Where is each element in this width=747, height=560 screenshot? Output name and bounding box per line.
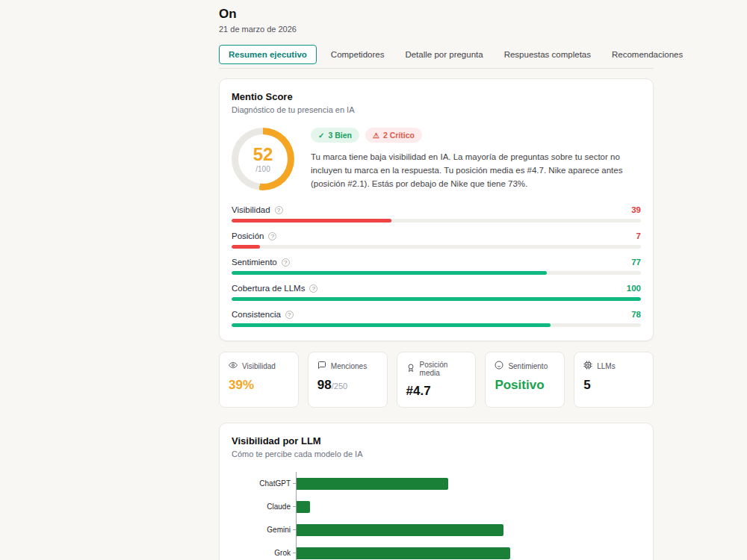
metric-row-posicion: Posición 7 xyxy=(232,231,641,249)
metric-row-consistencia: Consistencia 78 xyxy=(232,310,641,327)
chart-bar-claude xyxy=(297,501,310,513)
progress-track xyxy=(232,323,641,327)
progress-track xyxy=(232,271,641,275)
tab-recomendaciones[interactable]: Recomendaciones xyxy=(605,46,689,63)
chart-category-label: Gemini xyxy=(232,526,293,534)
info-icon[interactable] xyxy=(282,258,290,267)
chart-bar-chatgpt xyxy=(297,478,448,490)
stat-cards: Visibilidad 39% Menciones 98/250 Posició… xyxy=(219,352,654,408)
gauge-value: 52 xyxy=(253,146,273,164)
progress-fill xyxy=(232,219,391,223)
gauge-max: /100 xyxy=(255,165,270,173)
chart-card-title: Visibilidad por LLM xyxy=(232,435,641,447)
stat-card-menciones: Menciones 98/250 xyxy=(308,352,388,408)
progress-track xyxy=(232,245,641,249)
progress-fill xyxy=(232,245,260,249)
mentio-score-card: Mentio Score Diagnóstico de tu presencia… xyxy=(219,78,654,341)
progress-track xyxy=(232,219,641,223)
alert-icon: ⚠ xyxy=(373,131,379,140)
stat-label: Visibilidad xyxy=(242,362,276,370)
chip-icon xyxy=(583,361,592,371)
stat-card-posicion-media: Posición media #4.7 xyxy=(397,352,477,408)
chart-category-label: ChatGPT xyxy=(232,479,293,488)
tab-detalle-por-pregunta[interactable]: Detalle por pregunta xyxy=(398,46,489,63)
metric-label: Posición xyxy=(232,231,276,240)
smile-icon xyxy=(495,361,503,371)
metric-label: Sentimiento xyxy=(232,258,290,267)
info-icon[interactable] xyxy=(275,206,283,214)
visibility-by-llm-card: Visibilidad por LLM Cómo te percibe cada… xyxy=(219,423,654,560)
stat-card-visibilidad: Visibilidad 39% xyxy=(219,352,299,408)
stat-suffix: /250 xyxy=(332,382,347,391)
progress-fill xyxy=(232,297,641,301)
metric-row-cobertura-llms: Cobertura de LLMs 100 xyxy=(232,284,641,301)
progress-fill xyxy=(232,323,551,327)
chart-bar-perplexity xyxy=(297,547,510,559)
stat-label: Sentimiento xyxy=(508,362,548,370)
tab-competidores[interactable]: Competidores xyxy=(324,46,391,63)
stat-label: LLMs xyxy=(597,362,615,370)
metric-label: Cobertura de LLMs xyxy=(232,284,317,293)
metric-value: 77 xyxy=(631,258,641,267)
chart-row-chatgpt: ChatGPT xyxy=(232,472,641,495)
metric-value: 78 xyxy=(631,310,641,319)
chart-row-claude: Claude xyxy=(232,495,641,518)
chart-category-label: Claude xyxy=(232,503,293,511)
badge-critical-label: 2 Crítico xyxy=(383,131,415,140)
chart-bar-gemini xyxy=(297,524,503,536)
score-card-subtitle: Diagnóstico de tu presencia en IA xyxy=(232,105,641,114)
stat-value: 39% xyxy=(229,378,289,393)
score-description: Tu marca tiene baja visibilidad en IA. L… xyxy=(311,151,641,190)
metric-row-visibilidad: Visibilidad 39 xyxy=(232,205,641,223)
stat-value: 98/250 xyxy=(317,378,378,393)
badge-good: ✓3 Bien xyxy=(311,128,359,143)
metric-value: 7 xyxy=(636,231,641,240)
tab-respuestas-completas[interactable]: Respuestas completas xyxy=(498,46,598,63)
stat-label: Menciones xyxy=(331,362,367,370)
score-card-title: Mentio Score xyxy=(232,91,641,102)
stat-card-llms: LLMs 5 xyxy=(574,352,654,408)
metric-value: 39 xyxy=(631,205,641,214)
main-content: On 21 de marzo de 2026 Resumen ejecutivo… xyxy=(219,0,654,560)
chart-row-gemini: Gemini xyxy=(232,518,641,541)
stat-value: #4.7 xyxy=(406,384,467,399)
badge-good-label: 3 Bien xyxy=(328,131,352,140)
score-metrics: Visibilidad 39 Posición 7 Sentimiento 77 xyxy=(232,205,641,327)
gauge-inner: 52 /100 xyxy=(238,134,288,184)
page-date: 21 de marzo de 2026 xyxy=(219,25,654,34)
info-icon[interactable] xyxy=(309,284,317,293)
llm-visibility-bar-chart: ChatGPT Claude Gemini Grok Perplexity xyxy=(232,472,641,560)
comment-icon xyxy=(317,361,326,371)
eye-icon xyxy=(229,361,238,371)
metric-row-sentimiento: Sentimiento 77 xyxy=(232,258,641,275)
progress-fill xyxy=(232,271,547,275)
medal-icon xyxy=(406,364,415,374)
progress-track xyxy=(232,297,641,301)
metric-label: Consistencia xyxy=(232,310,294,319)
metric-value: 100 xyxy=(627,284,641,293)
metric-label: Visibilidad xyxy=(232,205,283,214)
chart-card-subtitle: Cómo te percibe cada modelo de IA xyxy=(232,449,641,458)
stat-card-sentimiento: Sentimiento Positivo xyxy=(485,352,565,408)
check-circle-icon: ✓ xyxy=(318,131,324,140)
status-badges: ✓3 Bien ⚠2 Crítico xyxy=(311,128,641,143)
badge-critical: ⚠2 Crítico xyxy=(365,128,422,143)
info-icon[interactable] xyxy=(268,232,276,240)
chart-category-label: Grok xyxy=(232,549,293,557)
tab-resumen-ejecutivo[interactable]: Resumen ejecutivo xyxy=(219,45,317,64)
info-icon[interactable] xyxy=(285,311,294,319)
page-title: On xyxy=(219,7,654,22)
stat-value: Positivo xyxy=(495,378,555,393)
chart-row-grok: Grok xyxy=(232,541,641,560)
mentio-score-gauge: 52 /100 xyxy=(232,128,294,190)
tab-bar: Resumen ejecutivo Competidores Detalle p… xyxy=(219,45,654,69)
stat-value: 5 xyxy=(583,378,644,393)
stat-label: Posición media xyxy=(420,361,467,377)
